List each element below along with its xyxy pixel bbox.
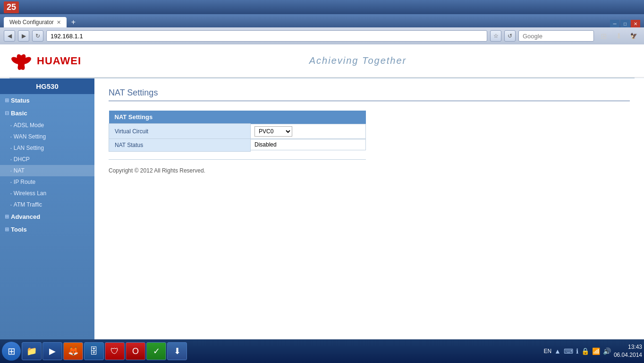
- bullet-icon: •: [10, 180, 12, 184]
- search-input[interactable]: [518, 30, 594, 42]
- pvc-select[interactable]: PVC0 PVC1 PVC2: [254, 126, 292, 137]
- nat-status-label: NAT Status: [109, 139, 251, 152]
- status-expand-icon: ⊞: [5, 97, 9, 104]
- taskbar-firefox[interactable]: 🦊: [63, 342, 83, 360]
- tray-icon-3: ℹ: [576, 347, 578, 355]
- virtual-circuit-label: Virtual Circuit: [109, 124, 251, 139]
- sidebar-advanced-label: Advanced: [11, 213, 40, 220]
- taskbar: ⊞ 📁 ▶ 🦊 🗄 🛡 O ✓ ⬇ EN ▲ ⌨ ℹ 🔒 📶 🔊 13:43 0…: [0, 339, 644, 363]
- new-tab-button[interactable]: +: [68, 17, 78, 27]
- nat-settings-table: NAT Settings Virtual Circuit PVC0 PVC1 P…: [109, 111, 366, 152]
- taskbar-db[interactable]: 🗄: [84, 342, 104, 360]
- download-icon[interactable]: ⬇: [612, 29, 625, 43]
- sidebar-wan-setting-label: WAN Setting: [14, 133, 46, 140]
- sidebar-basic-label: Basic: [11, 110, 27, 117]
- taskbar-files[interactable]: 📁: [22, 342, 42, 360]
- toolbar-icons: ⊞ ⬇ 🦅: [597, 29, 640, 43]
- huawei-logo: HUAWEI: [9, 50, 81, 71]
- bullet-icon: •: [10, 203, 12, 207]
- bullet-icon: •: [10, 169, 12, 173]
- huawei-icon: 🦅: [627, 29, 640, 43]
- sidebar-section-tools-header[interactable]: ⊞ Tools: [0, 223, 94, 236]
- sidebar-item-lan-setting[interactable]: • LAN Setting: [0, 142, 94, 154]
- clock-time: 13:43: [614, 343, 642, 351]
- close-button[interactable]: ✕: [631, 20, 640, 27]
- bullet-icon: •: [10, 146, 12, 150]
- advanced-expand-icon: ⊞: [5, 214, 9, 220]
- copyright: Copyright © 2012 All Rights Reserved.: [109, 167, 630, 174]
- sidebar-nat-label: NAT: [14, 167, 25, 174]
- huawei-logo-text: HUAWEI: [37, 55, 81, 67]
- tab-close-button[interactable]: ✕: [57, 19, 61, 26]
- sidebar-item-dhcp[interactable]: • DHCP: [0, 154, 94, 165]
- taskbar-clock: 13:43 06.04.2014: [614, 343, 642, 359]
- huawei-logo-icon: [9, 50, 33, 71]
- forward-button[interactable]: ▶: [18, 30, 29, 42]
- taskbar-arrow[interactable]: ⬇: [167, 342, 187, 360]
- tray-icon-5: 📶: [592, 347, 600, 355]
- sidebar-section-advanced-header[interactable]: ⊞ Advanced: [0, 210, 94, 223]
- taskbar-green[interactable]: ✓: [146, 342, 166, 360]
- huawei-tagline: Achieving Together: [81, 55, 635, 66]
- sidebar-item-nat[interactable]: • NAT: [0, 165, 94, 176]
- refresh-button[interactable]: ↻: [32, 30, 43, 42]
- taskbar-tray: EN ▲ ⌨ ℹ 🔒 📶 🔊 13:43 06.04.2014: [543, 343, 642, 359]
- start-button[interactable]: ⊞: [2, 342, 21, 361]
- table-header: NAT Settings: [109, 111, 366, 124]
- sidebar-item-adsl-mode[interactable]: • ADSL Mode: [0, 120, 94, 131]
- tab-bar: Web Configurator ✕ + ─ □ ✕: [0, 14, 644, 27]
- sidebar: HG530 ⊞ Status ⊟ Basic • ADSL Mode: [0, 78, 94, 339]
- sidebar-section-status[interactable]: ⊞ Status: [0, 94, 94, 107]
- sidebar-section-advanced[interactable]: ⊞ Advanced: [0, 210, 94, 223]
- virtual-circuit-value[interactable]: PVC0 PVC1 PVC2: [251, 124, 366, 139]
- huawei-header: HUAWEI Achieving Together: [0, 44, 644, 78]
- sidebar-lan-setting-label: LAN Setting: [14, 145, 44, 151]
- bullet-icon: •: [10, 123, 12, 128]
- content-area: NAT Settings NAT Settings Virtual Circui…: [94, 78, 644, 339]
- sidebar-section-status-header[interactable]: ⊞ Status: [0, 94, 94, 107]
- basic-collapse-icon: ⊟: [5, 110, 9, 116]
- table-row: NAT Status Disabled: [109, 139, 366, 152]
- tray-icon-2: ⌨: [564, 347, 573, 355]
- sidebar-item-atm-traffic[interactable]: • ATM Traffic: [0, 199, 94, 210]
- back-button[interactable]: ◀: [4, 30, 15, 42]
- browser-tab[interactable]: Web Configurator ✕: [4, 17, 67, 27]
- sidebar-section-basic[interactable]: ⊟ Basic • ADSL Mode • WAN Setting • LAN …: [0, 107, 94, 210]
- minimize-button[interactable]: ─: [610, 20, 619, 27]
- tools-expand-icon: ⊞: [5, 226, 9, 233]
- sidebar-item-ip-route[interactable]: • IP Route: [0, 176, 94, 188]
- sidebar-section-tools[interactable]: ⊞ Tools: [0, 223, 94, 236]
- sidebar-tools-label: Tools: [11, 226, 27, 233]
- maximize-button[interactable]: □: [620, 20, 630, 27]
- tray-icon-4: 🔒: [581, 347, 589, 355]
- address-input[interactable]: [46, 30, 487, 42]
- taskbar-media[interactable]: ▶: [42, 342, 62, 360]
- tray-icon-1: ▲: [554, 347, 561, 355]
- main-layout: HG530 ⊞ Status ⊟ Basic • ADSL Mode: [0, 78, 644, 339]
- sidebar-status-label: Status: [11, 97, 30, 104]
- taskbar-opera[interactable]: O: [126, 342, 145, 360]
- sidebar-ip-route-label: IP Route: [14, 179, 35, 185]
- tab-title: Web Configurator: [9, 19, 54, 26]
- window-controls: ─ □ ✕: [610, 20, 640, 27]
- lang-indicator: EN: [543, 348, 551, 354]
- address-bar: ◀ ▶ ↻ ☆ ↺ ⊞ ⬇ 🦅: [0, 27, 644, 44]
- page-wrapper: HUAWEI Achieving Together HG530 ⊞ Status…: [0, 44, 644, 339]
- star-button[interactable]: ☆: [490, 30, 501, 42]
- settings-divider: [109, 159, 366, 160]
- sidebar-item-wireless-lan[interactable]: • Wireless Lan: [0, 188, 94, 199]
- page-title: NAT Settings: [109, 88, 630, 98]
- sidebar-wireless-lan-label: Wireless Lan: [14, 190, 46, 197]
- reload-button[interactable]: ↺: [504, 30, 516, 42]
- sidebar-item-wan-setting[interactable]: • WAN Setting: [0, 131, 94, 142]
- sidebar-section-basic-header[interactable]: ⊟ Basic: [0, 107, 94, 120]
- sidebar-atm-traffic-label: ATM Traffic: [14, 201, 42, 208]
- bullet-icon: •: [10, 191, 12, 196]
- sidebar-dhcp-label: DHCP: [14, 156, 30, 163]
- table-row: Virtual Circuit PVC0 PVC1 PVC2: [109, 124, 366, 139]
- sidebar-title: HG530: [0, 78, 94, 94]
- browser-titlebar: 25: [0, 0, 644, 14]
- taskbar-antivirus[interactable]: 🛡: [105, 342, 125, 360]
- bullet-icon: •: [10, 157, 12, 162]
- bookmark-icon[interactable]: ⊞: [597, 29, 610, 43]
